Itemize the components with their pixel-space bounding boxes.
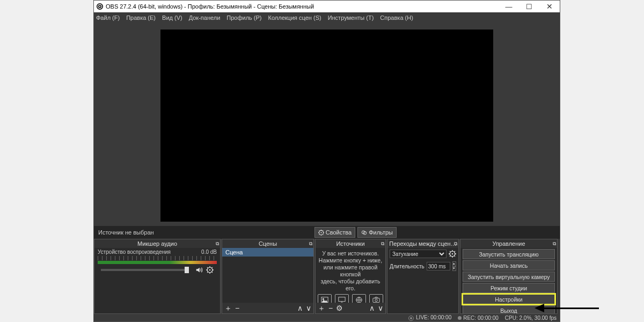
menu-file[interactable]: Файл (F) xyxy=(96,14,120,21)
popout-icon[interactable]: ⧉ xyxy=(454,241,457,247)
menu-edit[interactable]: Правка (E) xyxy=(126,14,156,21)
dock-row: Микшер аудио⧉ Устройство воспроизведения… xyxy=(94,239,560,314)
svg-rect-11 xyxy=(339,297,345,302)
svg-point-14 xyxy=(375,299,377,301)
sources-hint: У вас нет источников. xyxy=(318,250,383,257)
duration-up[interactable]: ▴ xyxy=(452,261,456,266)
controls-title: Управление xyxy=(492,240,525,247)
live-icon xyxy=(408,316,414,321)
mixer-track-name: Устройство воспроизведения xyxy=(98,249,171,255)
properties-button[interactable]: Свойства xyxy=(314,227,355,238)
sources-hint: или нажмите правой кнопкой xyxy=(318,264,383,278)
menu-tools[interactable]: Инструменты (T) xyxy=(328,14,374,21)
start-virtualcam-button[interactable]: Запустить виртуальную камеру xyxy=(463,272,555,282)
dock-transitions: Переходы между сцен…⧉ Затухание Длительн… xyxy=(387,239,459,314)
annotation-arrow xyxy=(535,306,599,310)
svg-point-2 xyxy=(99,6,100,7)
close-button[interactable]: ✕ xyxy=(539,1,560,12)
rec-dot-icon xyxy=(458,316,462,320)
app-window: OBS 27.2.4 (64-bit, windows) - Профиль: … xyxy=(93,0,560,322)
status-rec: REC: 00:00:00 xyxy=(463,315,499,321)
mixer-volume-slider[interactable] xyxy=(101,269,189,271)
status-cpu: CPU: 2.0%, 30.00 fps xyxy=(505,315,557,321)
popout-icon[interactable]: ⧉ xyxy=(216,241,219,247)
mixer-scale xyxy=(98,256,217,260)
scene-item[interactable]: Сцена xyxy=(222,248,313,257)
svg-point-4 xyxy=(320,232,321,233)
scene-down-button[interactable]: ∨ xyxy=(306,304,311,312)
dock-sources: Источники⧉ У вас нет источников. Нажмите… xyxy=(315,239,386,314)
mixer-title: Микшер аудио xyxy=(137,240,177,247)
maximize-button[interactable]: ☐ xyxy=(519,1,539,12)
source-up-button[interactable]: ∧ xyxy=(369,304,375,312)
gear-icon[interactable] xyxy=(206,266,214,274)
menu-view[interactable]: Вид (V) xyxy=(162,14,182,21)
no-source-label: Источник не выбран xyxy=(94,229,158,236)
source-gear-button[interactable]: ⚙ xyxy=(336,304,343,312)
source-down-button[interactable]: ∨ xyxy=(378,304,383,312)
mixer-track-db: 0.0 dB xyxy=(201,249,217,255)
filters-button[interactable]: Фильтры xyxy=(357,227,397,238)
status-bar: LIVE: 00:00:00 REC: 00:00:00 CPU: 2.0%, … xyxy=(94,314,560,321)
speaker-icon[interactable] xyxy=(195,266,203,274)
svg-rect-13 xyxy=(373,298,379,303)
svg-point-16 xyxy=(452,253,453,255)
duration-label: Длительность xyxy=(390,264,425,269)
display-source-icon[interactable] xyxy=(335,294,349,303)
popout-icon[interactable]: ⧉ xyxy=(553,241,556,247)
remove-source-button[interactable]: − xyxy=(328,304,333,312)
transition-select[interactable]: Затухание xyxy=(390,250,447,258)
remove-scene-button[interactable]: − xyxy=(235,304,239,312)
capture-source-icon[interactable] xyxy=(369,294,383,303)
minimize-button[interactable]: — xyxy=(499,1,519,12)
menu-help[interactable]: Справка (H) xyxy=(380,14,413,21)
svg-point-10 xyxy=(323,298,324,299)
duration-input[interactable] xyxy=(427,262,450,270)
studio-mode-button[interactable]: Режим студии xyxy=(463,283,555,293)
dock-audio-mixer: Микшер аудио⧉ Устройство воспроизведения… xyxy=(94,239,221,314)
scenes-title: Сцены xyxy=(259,240,277,247)
browser-source-icon[interactable] xyxy=(352,294,366,303)
dock-controls: Управление⧉ Запустить трансляцию Начать … xyxy=(460,239,558,314)
mixer-meter xyxy=(98,261,217,264)
duration-down[interactable]: ▾ xyxy=(452,266,456,271)
preview-area xyxy=(94,23,560,226)
dock-scenes: Сцены⧉ Сцена ＋ − ∧ ∨ xyxy=(222,239,314,314)
source-info-bar: Источник не выбран Свойства Фильтры xyxy=(94,226,560,239)
settings-button[interactable]: Настройки xyxy=(463,294,555,304)
add-scene-button[interactable]: ＋ xyxy=(224,304,232,312)
window-title: OBS 27.2.4 (64-bit, windows) - Профиль: … xyxy=(106,3,314,10)
scene-up-button[interactable]: ∧ xyxy=(297,304,303,312)
sources-hint: здесь, чтобы добавить его. xyxy=(318,278,383,292)
menu-profile[interactable]: Профиль (P) xyxy=(226,14,261,21)
status-live: LIVE: 00:00:00 xyxy=(416,314,451,320)
menu-scene-collection[interactable]: Коллекция сцен (S) xyxy=(268,14,321,21)
start-stream-button[interactable]: Запустить трансляцию xyxy=(463,249,555,259)
menu-docks[interactable]: Док-панели xyxy=(189,14,221,21)
menu-bar: Файл (F) Правка (E) Вид (V) Док-панели П… xyxy=(94,12,560,23)
preview-canvas[interactable] xyxy=(160,30,493,222)
svg-point-8 xyxy=(209,269,211,271)
gear-icon[interactable] xyxy=(449,250,456,258)
image-source-icon[interactable] xyxy=(318,294,332,303)
add-source-button[interactable]: ＋ xyxy=(318,304,325,312)
popout-icon[interactable]: ⧉ xyxy=(381,241,384,247)
sources-hint: Нажмите кнопку + ниже, xyxy=(318,257,383,264)
sources-title: Источники xyxy=(336,240,364,247)
title-bar: OBS 27.2.4 (64-bit, windows) - Профиль: … xyxy=(94,1,560,12)
popout-icon[interactable]: ⧉ xyxy=(309,241,312,247)
transitions-title: Переходы между сцен… xyxy=(389,240,456,247)
start-record-button[interactable]: Начать запись xyxy=(463,260,555,270)
obs-logo-icon xyxy=(94,1,106,12)
